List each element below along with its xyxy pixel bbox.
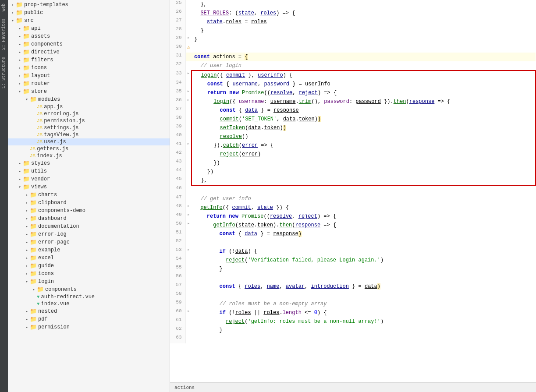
code-line[interactable]: SET_ROLES: (state, roles) => { [192,9,536,18]
fold-column[interactable] [185,61,192,71]
tree-item-error-page[interactable]: ▸📁error-page [8,238,170,246]
fold-column[interactable] [185,124,192,132]
fold-column[interactable] [185,167,192,176]
tree-arrow-public[interactable]: ▸ [10,10,16,15]
code-line[interactable]: reject(error) [192,150,536,159]
tree-item-charts[interactable]: ▸📁charts [8,191,170,199]
tree-arrow-documentation[interactable]: ▸ [24,224,30,229]
tree-item-icons-view[interactable]: ▸📁icons [8,270,170,278]
fold-column[interactable]: ▸ [185,35,192,44]
fold-column[interactable] [185,335,192,343]
code-line[interactable]: } [192,26,536,35]
fold-column[interactable] [185,256,192,265]
code-line[interactable]: getInfo({ commit, state }) { [192,203,536,212]
tree-item-utils[interactable]: ▸📁utils [8,167,170,175]
tree-item-nested[interactable]: ▸📁nested [8,307,170,315]
tree-item-user-js[interactable]: JSuser.js [8,138,170,145]
tree-item-views[interactable]: ▾📁views [8,183,170,191]
tree-arrow-charts[interactable]: ▸ [24,192,30,198]
tree-arrow-guide[interactable]: ▸ [24,263,30,268]
fold-column[interactable] [185,326,192,335]
tree-item-api[interactable]: ▸📁api [8,25,170,32]
fold-column[interactable]: ▸ [185,141,192,150]
code-line[interactable]: } [192,35,536,44]
fold-column[interactable] [185,230,192,238]
tree-arrow-utils[interactable]: ▸ [17,169,23,174]
fold-icon[interactable]: ▸ [187,71,190,76]
tree-arrow-modules[interactable]: ▾ [24,97,30,102]
fold-column[interactable] [185,300,192,308]
tree-arrow-excel[interactable]: ▸ [24,255,30,261]
code-line[interactable]: const { roles, name, avatar, introductio… [192,282,536,291]
fold-column[interactable] [185,176,192,185]
tree-item-tagsView-js[interactable]: JStagsView.js [8,131,170,138]
code-line[interactable] [192,291,536,300]
tree-arrow-src[interactable]: ▾ [10,18,16,23]
fold-column[interactable] [185,106,192,115]
fold-column[interactable]: ▸ [185,221,192,230]
fold-column[interactable] [185,159,192,167]
code-line[interactable]: state.roles = roles [192,18,536,26]
code-line[interactable]: if (!data) { [192,247,536,256]
tree-item-icons[interactable]: ▸📁icons [8,64,170,72]
code-line[interactable]: reject('Verification failed, please Logi… [192,256,536,265]
tree-item-documentation[interactable]: ▸📁documentation [8,222,170,230]
tree-arrow-nested[interactable]: ▸ [24,309,30,314]
fold-column[interactable]: ▸ [185,203,192,212]
tree-arrow-dashboard[interactable]: ▸ [24,216,30,221]
fold-column[interactable] [185,291,192,300]
tree-arrow-permission[interactable]: ▸ [24,325,30,330]
tree-item-excel[interactable]: ▸📁excel [8,254,170,262]
code-line[interactable] [192,238,536,247]
side-tab-web[interactable]: Web [0,0,8,15]
fold-icon[interactable]: ▸ [187,204,190,208]
tree-item-login[interactable]: ▾📁login [8,278,170,286]
fold-column[interactable]: ▸ [185,97,192,106]
code-line[interactable]: login({ username: username.trim(), passw… [192,97,536,106]
code-line[interactable]: const actions = { [192,53,536,61]
tree-item-error-log[interactable]: ▸📁error-log [8,230,170,238]
tree-arrow-prop-templates[interactable]: ▸ [10,2,16,7]
fold-icon[interactable]: ▸ [187,309,190,314]
tree-item-permission[interactable]: ▸📁permission [8,323,170,331]
tree-item-layout[interactable]: ▸📁layout [8,72,170,80]
code-line[interactable] [192,185,536,194]
fold-column[interactable] [185,238,192,247]
tree-item-store[interactable]: ▾📁store [8,88,170,95]
tree-arrow-vendor[interactable]: ▸ [17,177,23,182]
tree-arrow-error-page[interactable]: ▸ [24,240,30,245]
fold-column[interactable] [185,132,192,141]
tree-item-components[interactable]: ▸📁components [8,40,170,48]
code-area[interactable]: 25 }, 26 SET_ROLES: (state, roles) => { … [170,0,536,382]
code-line[interactable]: } [192,265,536,273]
side-tab-favorites[interactable]: 2: Favorites [0,15,8,53]
fold-column[interactable] [185,18,192,26]
code-line[interactable]: return new Promise((resolve, reject) => … [192,212,536,221]
tree-item-errorLog-js[interactable]: JSerrorLog.js [8,110,170,117]
tree-arrow-components[interactable]: ▸ [17,42,23,47]
code-line[interactable]: login({ commit }, userInfo) { [192,71,536,80]
code-line[interactable]: reject('getInfo: roles must be a non-nul… [192,317,536,326]
fold-column[interactable]: ▸ [185,88,192,97]
code-line[interactable]: }).catch(error => { [192,141,536,150]
tree-arrow-icons[interactable]: ▸ [17,65,23,71]
tree-arrow-clipboard[interactable]: ▸ [24,200,30,205]
tree-item-directive[interactable]: ▸📁directive [8,48,170,56]
code-line[interactable]: }) [192,167,536,176]
code-line[interactable]: } [192,326,536,335]
fold-column[interactable] [185,282,192,291]
tree-arrow-example[interactable]: ▸ [24,247,30,253]
code-line[interactable]: resolve() [192,132,536,141]
code-line[interactable]: setToken(data.token)) [192,124,536,132]
fold-column[interactable] [185,150,192,159]
tree-item-components-demo[interactable]: ▸📁components-demo [8,207,170,215]
tree-arrow-styles[interactable]: ▸ [17,161,23,166]
tree-arrow-router[interactable]: ▸ [17,81,23,86]
code-line[interactable]: getInfo(state.token).then(response => { [192,221,536,230]
fold-column[interactable]: ⚠ [185,44,192,53]
code-line[interactable]: }, [192,176,536,185]
fold-column[interactable] [185,194,192,203]
code-line[interactable]: const { username, password } = userInfo [192,80,536,88]
fold-icon[interactable]: ▸ [187,141,190,146]
tree-item-settings-js[interactable]: JSsettings.js [8,124,170,131]
